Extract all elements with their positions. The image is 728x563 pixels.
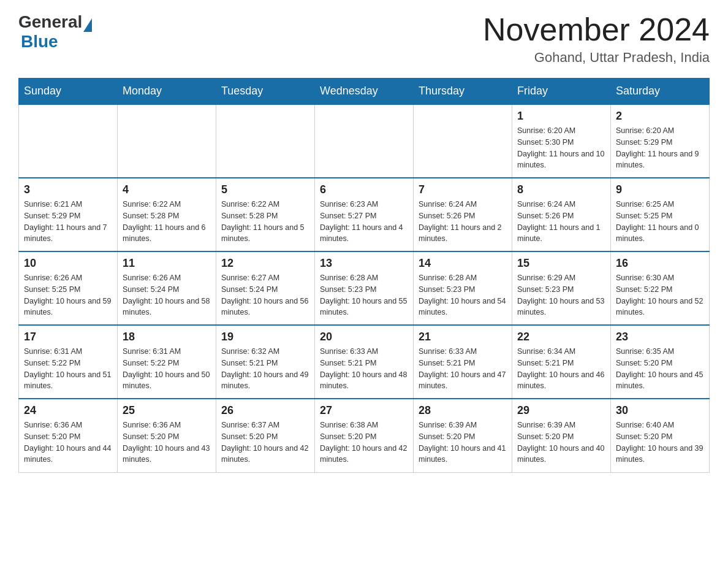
day-number: 24 <box>24 404 112 417</box>
day-number: 10 <box>24 257 112 270</box>
day-of-week-header: Tuesday <box>216 79 315 105</box>
day-number: 7 <box>419 183 507 196</box>
day-sun-info: Sunrise: 6:26 AM Sunset: 5:25 PM Dayligh… <box>24 272 112 318</box>
location-subtitle: Gohand, Uttar Pradesh, India <box>483 50 710 66</box>
day-of-week-header: Sunday <box>19 79 118 105</box>
day-sun-info: Sunrise: 6:25 AM Sunset: 5:25 PM Dayligh… <box>616 199 704 245</box>
title-section: November 2024 Gohand, Uttar Pradesh, Ind… <box>483 12 710 66</box>
calendar-week-row: 10Sunrise: 6:26 AM Sunset: 5:25 PM Dayli… <box>19 251 710 325</box>
day-number: 17 <box>24 331 112 343</box>
day-number: 3 <box>24 183 112 196</box>
day-number: 5 <box>221 183 309 196</box>
calendar-cell: 18Sunrise: 6:31 AM Sunset: 5:22 PM Dayli… <box>118 325 216 399</box>
calendar-cell: 21Sunrise: 6:33 AM Sunset: 5:21 PM Dayli… <box>414 325 512 399</box>
day-sun-info: Sunrise: 6:39 AM Sunset: 5:20 PM Dayligh… <box>419 419 507 465</box>
calendar-cell: 15Sunrise: 6:29 AM Sunset: 5:23 PM Dayli… <box>512 251 611 325</box>
day-sun-info: Sunrise: 6:20 AM Sunset: 5:29 PM Dayligh… <box>616 125 704 171</box>
day-sun-info: Sunrise: 6:30 AM Sunset: 5:22 PM Dayligh… <box>616 272 704 318</box>
day-number: 14 <box>419 257 507 270</box>
calendar-week-row: 1Sunrise: 6:20 AM Sunset: 5:30 PM Daylig… <box>19 104 710 178</box>
calendar-cell: 20Sunrise: 6:33 AM Sunset: 5:21 PM Dayli… <box>315 325 414 399</box>
day-sun-info: Sunrise: 6:28 AM Sunset: 5:23 PM Dayligh… <box>320 272 408 318</box>
logo-triangle-icon <box>83 18 92 32</box>
calendar-cell: 22Sunrise: 6:34 AM Sunset: 5:21 PM Dayli… <box>512 325 611 399</box>
calendar-cell: 6Sunrise: 6:23 AM Sunset: 5:27 PM Daylig… <box>315 178 414 251</box>
day-number: 20 <box>320 331 408 343</box>
calendar-cell: 14Sunrise: 6:28 AM Sunset: 5:23 PM Dayli… <box>414 251 512 325</box>
day-sun-info: Sunrise: 6:20 AM Sunset: 5:30 PM Dayligh… <box>517 125 605 171</box>
calendar-cell <box>118 104 216 178</box>
day-sun-info: Sunrise: 6:24 AM Sunset: 5:26 PM Dayligh… <box>517 199 605 245</box>
logo: General Blue <box>18 12 92 52</box>
day-sun-info: Sunrise: 6:39 AM Sunset: 5:20 PM Dayligh… <box>517 419 605 465</box>
calendar-cell: 5Sunrise: 6:22 AM Sunset: 5:28 PM Daylig… <box>216 178 315 251</box>
day-sun-info: Sunrise: 6:35 AM Sunset: 5:20 PM Dayligh… <box>616 346 704 392</box>
calendar-cell: 26Sunrise: 6:37 AM Sunset: 5:20 PM Dayli… <box>216 399 315 472</box>
day-number: 30 <box>616 404 704 417</box>
calendar-cell: 1Sunrise: 6:20 AM Sunset: 5:30 PM Daylig… <box>512 104 611 178</box>
calendar-cell: 24Sunrise: 6:36 AM Sunset: 5:20 PM Dayli… <box>19 399 118 472</box>
day-number: 25 <box>123 404 211 417</box>
calendar-cell: 30Sunrise: 6:40 AM Sunset: 5:20 PM Dayli… <box>611 399 710 472</box>
day-sun-info: Sunrise: 6:36 AM Sunset: 5:20 PM Dayligh… <box>24 419 112 465</box>
day-number: 28 <box>419 404 507 417</box>
day-sun-info: Sunrise: 6:29 AM Sunset: 5:23 PM Dayligh… <box>517 272 605 318</box>
day-number: 27 <box>320 404 408 417</box>
calendar-cell <box>315 104 414 178</box>
day-sun-info: Sunrise: 6:36 AM Sunset: 5:20 PM Dayligh… <box>123 419 211 465</box>
calendar-cell: 19Sunrise: 6:32 AM Sunset: 5:21 PM Dayli… <box>216 325 315 399</box>
day-number: 18 <box>123 331 211 343</box>
calendar-cell <box>19 104 118 178</box>
calendar-cell: 3Sunrise: 6:21 AM Sunset: 5:29 PM Daylig… <box>19 178 118 251</box>
day-sun-info: Sunrise: 6:33 AM Sunset: 5:21 PM Dayligh… <box>320 346 408 392</box>
logo-general-text: General <box>18 12 82 32</box>
calendar-cell: 12Sunrise: 6:27 AM Sunset: 5:24 PM Dayli… <box>216 251 315 325</box>
calendar-table: SundayMondayTuesdayWednesdayThursdayFrid… <box>18 78 710 473</box>
month-title: November 2024 <box>483 12 710 47</box>
day-sun-info: Sunrise: 6:33 AM Sunset: 5:21 PM Dayligh… <box>419 346 507 392</box>
calendar-cell: 27Sunrise: 6:38 AM Sunset: 5:20 PM Dayli… <box>315 399 414 472</box>
day-number: 12 <box>221 257 309 270</box>
day-sun-info: Sunrise: 6:28 AM Sunset: 5:23 PM Dayligh… <box>419 272 507 318</box>
day-sun-info: Sunrise: 6:31 AM Sunset: 5:22 PM Dayligh… <box>123 346 211 392</box>
day-sun-info: Sunrise: 6:22 AM Sunset: 5:28 PM Dayligh… <box>123 199 211 245</box>
day-number: 13 <box>320 257 408 270</box>
day-number: 23 <box>616 331 704 343</box>
day-number: 6 <box>320 183 408 196</box>
day-sun-info: Sunrise: 6:23 AM Sunset: 5:27 PM Dayligh… <box>320 199 408 245</box>
day-of-week-header: Monday <box>118 79 216 105</box>
calendar-cell: 10Sunrise: 6:26 AM Sunset: 5:25 PM Dayli… <box>19 251 118 325</box>
day-sun-info: Sunrise: 6:26 AM Sunset: 5:24 PM Dayligh… <box>123 272 211 318</box>
day-number: 8 <box>517 183 605 196</box>
calendar-cell: 9Sunrise: 6:25 AM Sunset: 5:25 PM Daylig… <box>611 178 710 251</box>
day-sun-info: Sunrise: 6:32 AM Sunset: 5:21 PM Dayligh… <box>221 346 309 392</box>
calendar-cell: 4Sunrise: 6:22 AM Sunset: 5:28 PM Daylig… <box>118 178 216 251</box>
calendar-week-row: 3Sunrise: 6:21 AM Sunset: 5:29 PM Daylig… <box>19 178 710 251</box>
calendar-cell: 29Sunrise: 6:39 AM Sunset: 5:20 PM Dayli… <box>512 399 611 472</box>
calendar-cell: 17Sunrise: 6:31 AM Sunset: 5:22 PM Dayli… <box>19 325 118 399</box>
day-of-week-header: Saturday <box>611 79 710 105</box>
calendar-week-row: 17Sunrise: 6:31 AM Sunset: 5:22 PM Dayli… <box>19 325 710 399</box>
day-sun-info: Sunrise: 6:34 AM Sunset: 5:21 PM Dayligh… <box>517 346 605 392</box>
calendar-cell <box>414 104 512 178</box>
day-number: 29 <box>517 404 605 417</box>
day-sun-info: Sunrise: 6:38 AM Sunset: 5:20 PM Dayligh… <box>320 419 408 465</box>
day-sun-info: Sunrise: 6:22 AM Sunset: 5:28 PM Dayligh… <box>221 199 309 245</box>
calendar-week-row: 24Sunrise: 6:36 AM Sunset: 5:20 PM Dayli… <box>19 399 710 472</box>
day-sun-info: Sunrise: 6:24 AM Sunset: 5:26 PM Dayligh… <box>419 199 507 245</box>
day-number: 4 <box>123 183 211 196</box>
day-sun-info: Sunrise: 6:37 AM Sunset: 5:20 PM Dayligh… <box>221 419 309 465</box>
day-number: 11 <box>123 257 211 270</box>
calendar-cell: 2Sunrise: 6:20 AM Sunset: 5:29 PM Daylig… <box>611 104 710 178</box>
calendar-cell: 11Sunrise: 6:26 AM Sunset: 5:24 PM Dayli… <box>118 251 216 325</box>
day-number: 9 <box>616 183 704 196</box>
calendar-cell: 28Sunrise: 6:39 AM Sunset: 5:20 PM Dayli… <box>414 399 512 472</box>
day-of-week-header: Wednesday <box>315 79 414 105</box>
day-sun-info: Sunrise: 6:27 AM Sunset: 5:24 PM Dayligh… <box>221 272 309 318</box>
day-number: 2 <box>616 110 704 123</box>
day-sun-info: Sunrise: 6:21 AM Sunset: 5:29 PM Dayligh… <box>24 199 112 245</box>
calendar-cell: 13Sunrise: 6:28 AM Sunset: 5:23 PM Dayli… <box>315 251 414 325</box>
day-of-week-header: Thursday <box>414 79 512 105</box>
day-number: 21 <box>419 331 507 343</box>
calendar-cell <box>216 104 315 178</box>
